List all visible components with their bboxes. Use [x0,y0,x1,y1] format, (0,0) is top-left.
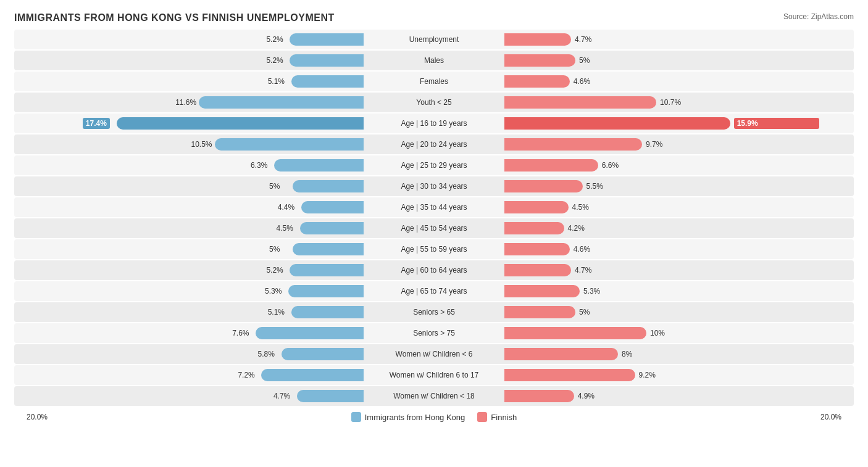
chart-header: IMMIGRANTS FROM HONG KONG VS FINNISH UNE… [14,12,854,23]
chart-source: Source: ZipAtlas.com [783,12,854,21]
bar-right [504,306,575,318]
axis-label-left: 20.0% [27,413,48,421]
val-left: 4.5% [277,224,293,233]
chart-footer: 20.0% Immigrants from Hong Kong Finnish … [14,412,854,422]
val-right: 5% [579,56,813,65]
val-right: 4.5% [572,203,814,212]
chart-row: 7.6% Seniors > 75 10% [14,323,854,343]
row-inner: 5.2% Unemployment 4.7% [14,30,854,49]
bar-right [504,138,642,151]
bar-right [504,117,730,130]
bar-right [504,54,575,67]
bar-left-container: 5.1% [14,302,366,322]
bar-right-container: 8% [502,344,854,364]
row-inner: 5.1% Seniors > 65 5% [14,302,854,322]
chart-row: 4.4% Age | 35 to 44 years 4.5% [14,197,854,217]
val-right: 5.5% [586,182,814,191]
bar-right [504,222,564,234]
val-right: 9.2% [639,371,813,379]
bar-right [504,33,571,46]
chart-row: 11.6% Youth < 25 10.7% [14,93,854,112]
bar-left [291,75,364,88]
bar-right [504,75,570,88]
chart-row: 5.8% Women w/ Children < 6 8% [14,344,854,364]
row-inner: 4.7% Women w/ Children < 18 4.9% [14,386,854,406]
bar-right-container: 4.2% [502,218,854,238]
bar-right-container: 10.7% [502,93,854,112]
bar-right [504,243,570,255]
row-label: Age | 30 to 34 years [366,182,502,191]
legend-label-hk: Immigrants from Hong Kong [365,413,465,422]
row-inner: 5% Age | 30 to 34 years 5.5% [14,176,854,196]
val-right: 5% [579,308,813,316]
bar-left-container: 7.6% [14,323,366,343]
legend-item-hk: Immigrants from Hong Kong [351,412,465,422]
bar-right-container: 4.9% [502,386,854,406]
val-right: 4.6% [574,245,813,254]
row-label: Age | 35 to 44 years [366,203,502,212]
bar-left-container: 7.2% [14,365,366,385]
row-inner: 10.5% Age | 20 to 24 years 9.7% [14,134,854,154]
row-inner: 17.4% Age | 16 to 19 years 15.9% [14,114,854,133]
row-label: Age | 45 to 54 years [366,224,502,233]
val-left: 11.6% [175,98,196,107]
bar-left-container: 6.3% [14,155,366,175]
row-label: Males [366,56,502,65]
row-inner: 4.4% Age | 35 to 44 years 4.5% [14,197,854,217]
val-right: 4.7% [575,35,813,44]
bar-right [504,285,580,297]
bar-left [293,180,364,192]
bar-right [504,348,618,360]
bar-left [274,159,364,172]
bar-right [504,264,571,276]
bar-right-container: 5.3% [502,281,854,301]
bar-left-container: 5.1% [14,72,366,91]
bar-right [504,159,598,172]
chart-row: 5.1% Seniors > 65 5% [14,302,854,322]
bar-right-container: 6.6% [502,155,854,175]
bar-left [290,264,364,276]
row-label: Age | 20 to 24 years [366,140,502,149]
legend-item-finnish: Finnish [477,412,517,422]
chart-row: 5.2% Age | 60 to 64 years 4.7% [14,260,854,280]
bar-left [293,243,364,255]
row-label: Women w/ Children < 6 [366,350,502,358]
val-right: 9.7% [646,140,813,149]
bar-left-container: 4.7% [14,386,366,406]
bar-right-container: 4.7% [502,30,854,49]
row-label: Seniors > 65 [366,308,502,316]
bar-left-container: 5.2% [14,30,366,49]
val-left: 5.2% [266,266,283,275]
axis-label-right: 20.0% [820,413,841,421]
val-right: 5.3% [583,287,813,295]
val-right: 8% [622,350,813,358]
val-right: 15.9% [734,118,819,129]
val-right: 10% [650,329,813,337]
bar-right-container: 5% [502,51,854,70]
val-right: 4.6% [574,77,813,86]
bar-left-container: 5.3% [14,281,366,301]
row-inner: 5.8% Women w/ Children < 6 8% [14,344,854,364]
bar-right-container: 4.6% [502,239,854,259]
chart-row: 5.1% Females 4.6% [14,72,854,91]
bar-right-container: 4.5% [502,197,854,217]
bar-right [504,201,569,213]
bar-left-container: 10.5% [14,134,366,154]
row-inner: 5.1% Females 4.6% [14,72,854,91]
row-inner: 7.6% Seniors > 75 10% [14,323,854,343]
bar-left [288,285,364,297]
row-label: Women w/ Children 6 to 17 [366,371,502,379]
val-left: 7.2% [238,371,254,379]
bar-right [504,390,574,402]
bar-left-container: 4.4% [14,197,366,217]
bar-left [199,96,364,109]
chart-row: 4.7% Women w/ Children < 18 4.9% [14,386,854,406]
row-inner: 7.2% Women w/ Children 6 to 17 9.2% [14,365,854,385]
bar-right [504,369,635,381]
val-left: 10.5% [191,140,212,149]
bar-left-container: 4.5% [14,218,366,238]
bar-right-container: 15.9% [502,114,854,133]
bar-left-container: 17.4% [14,114,366,133]
bar-left [117,117,364,130]
bar-left-container: 5.2% [14,260,366,280]
